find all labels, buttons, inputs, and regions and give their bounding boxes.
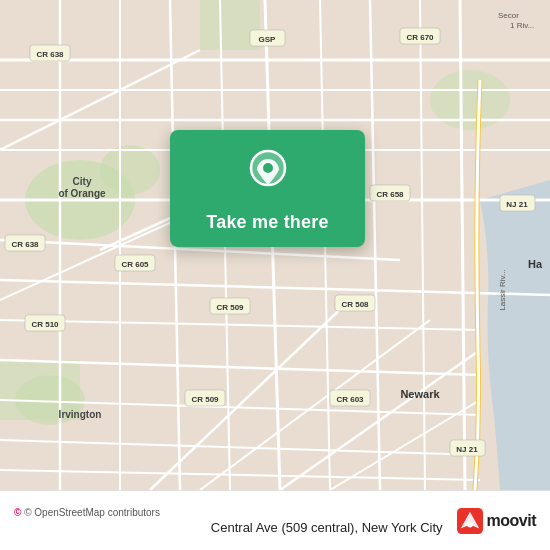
svg-text:of Orange: of Orange xyxy=(58,188,106,199)
svg-point-75 xyxy=(467,521,473,527)
svg-text:CR 510: CR 510 xyxy=(31,320,59,329)
pin-icon-wrapper xyxy=(246,148,290,202)
svg-text:Ha: Ha xyxy=(528,258,543,270)
svg-text:Secor: Secor xyxy=(498,11,519,20)
take-me-there-button[interactable]: Take me there xyxy=(206,212,328,233)
osm-credit: © xyxy=(14,507,21,518)
svg-text:NJ 21: NJ 21 xyxy=(506,200,528,209)
svg-text:Newark: Newark xyxy=(400,388,440,400)
svg-text:1 Riv...: 1 Riv... xyxy=(510,21,534,30)
svg-text:CR 508: CR 508 xyxy=(341,300,369,309)
map-container[interactable]: CR 638 CR 638 GSP CR 670 CR 658 NJ 21 CR… xyxy=(0,0,550,490)
action-card[interactable]: Take me there xyxy=(170,130,365,247)
svg-text:CR 638: CR 638 xyxy=(36,50,64,59)
moovit-brand-icon xyxy=(457,508,483,534)
bottom-bar: © © OpenStreetMap contributors Central A… xyxy=(0,490,550,550)
svg-point-72 xyxy=(263,163,273,173)
svg-text:CR 658: CR 658 xyxy=(376,190,404,199)
svg-text:CR 603: CR 603 xyxy=(336,395,364,404)
osm-text: © OpenStreetMap contributors xyxy=(24,507,160,518)
moovit-brand-text: moovit xyxy=(487,512,536,530)
svg-text:Lassir Riv...: Lassir Riv... xyxy=(498,269,507,310)
svg-text:GSP: GSP xyxy=(259,35,277,44)
svg-text:CR 670: CR 670 xyxy=(406,33,434,42)
moovit-logo: moovit xyxy=(457,508,536,534)
location-title: Central Ave (509 central), New York City xyxy=(211,520,443,535)
svg-point-2 xyxy=(100,145,160,195)
svg-text:CR 605: CR 605 xyxy=(121,260,149,269)
svg-text:CR 509: CR 509 xyxy=(216,303,244,312)
bottom-left: © © OpenStreetMap contributors Central A… xyxy=(14,507,443,535)
copyright-text: © © OpenStreetMap contributors xyxy=(14,507,443,518)
svg-text:Irvington: Irvington xyxy=(59,409,102,420)
svg-text:CR 638: CR 638 xyxy=(11,240,39,249)
location-pin-icon xyxy=(246,148,290,198)
svg-text:City: City xyxy=(73,176,92,187)
svg-text:NJ 21: NJ 21 xyxy=(456,445,478,454)
svg-text:CR 509: CR 509 xyxy=(191,395,219,404)
